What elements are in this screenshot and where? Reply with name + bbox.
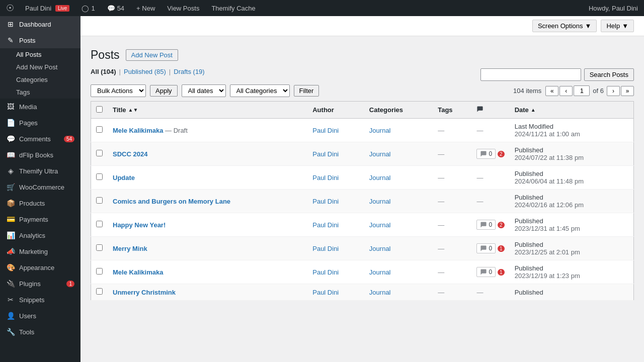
sidebar-item-marketing[interactable]: 📣 Marketing bbox=[0, 243, 80, 259]
author-link[interactable]: Paul Dini bbox=[312, 198, 339, 205]
row-checkbox[interactable] bbox=[96, 150, 103, 156]
row-date-cell: Last Modified 2024/11/21 at 1:00 am bbox=[510, 119, 634, 142]
select-all-checkbox[interactable] bbox=[96, 106, 103, 113]
author-link[interactable]: Paul Dini bbox=[312, 245, 339, 252]
comment-bubble[interactable]: 0 bbox=[476, 220, 496, 230]
date-status: Last Modified bbox=[515, 123, 628, 130]
sidebar-item-snippets[interactable]: ✂ Snippets bbox=[0, 292, 80, 308]
sidebar-item-analytics[interactable]: 📊 Analytics bbox=[0, 227, 80, 243]
first-page-button[interactable]: « bbox=[545, 86, 558, 96]
post-title-link[interactable]: SDCC 2024 bbox=[113, 150, 147, 158]
sidebar-item-dflip[interactable]: 📖 dFlip Books bbox=[0, 147, 80, 163]
row-checkbox[interactable] bbox=[96, 173, 103, 180]
row-checkbox-cell bbox=[91, 190, 108, 213]
apply-button[interactable]: Apply bbox=[150, 85, 178, 97]
add-new-post-button[interactable]: Add New Post bbox=[126, 49, 178, 61]
post-title-link[interactable]: Comics and Burgers on Memory Lane bbox=[113, 198, 230, 205]
comment-bubble[interactable]: 0 bbox=[476, 149, 496, 159]
author-link[interactable]: Paul Dini bbox=[312, 289, 339, 296]
category-link[interactable]: Journal bbox=[369, 150, 391, 158]
category-link[interactable]: Journal bbox=[369, 174, 391, 182]
author-link[interactable]: Paul Dini bbox=[312, 268, 339, 276]
comment-bubble[interactable]: 0 bbox=[476, 267, 496, 277]
sidebar-item-label: Dashboard bbox=[19, 21, 51, 28]
date-value: 2024/06/04 at 11:48 pm bbox=[515, 177, 628, 185]
main-content: Screen Options ▼ Help ▼ Posts Add New Po… bbox=[80, 16, 644, 362]
sidebar-item-plugins[interactable]: 🔌 Plugins 1 bbox=[0, 276, 80, 292]
post-title-link[interactable]: Mele Kalikimaka bbox=[113, 127, 163, 134]
row-date-cell: Published 2024/06/04 at 11:48 pm bbox=[510, 166, 634, 190]
sidebar-item-themify[interactable]: ◈ Themify Ultra bbox=[0, 163, 80, 179]
author-link[interactable]: Paul Dini bbox=[312, 221, 339, 229]
wrap: Posts Add New Post All (104) | Published… bbox=[80, 36, 644, 309]
post-title-link[interactable]: Happy New Year! bbox=[113, 221, 166, 229]
sidebar-item-users[interactable]: 👤 Users bbox=[0, 308, 80, 324]
themify-cache-item[interactable]: Themify Cache bbox=[206, 0, 260, 16]
comment-bubble[interactable]: 0 bbox=[476, 243, 496, 253]
comments-bar-count: 54 bbox=[117, 5, 124, 12]
last-page-button[interactable]: » bbox=[621, 86, 634, 96]
sidebar-item-posts[interactable]: ✎ Posts bbox=[0, 32, 80, 48]
row-category-cell: Journal bbox=[364, 190, 433, 213]
post-title-link[interactable]: Unmerry Christmink bbox=[113, 289, 176, 296]
submenu-tags[interactable]: Tags bbox=[0, 86, 80, 99]
filter-published[interactable]: Published (85) bbox=[124, 68, 166, 75]
date-sort-link[interactable]: Date ▲ bbox=[515, 106, 628, 114]
title-sort-link[interactable]: Title ▲▼ bbox=[113, 106, 302, 114]
view-posts-item[interactable]: View Posts bbox=[162, 0, 204, 16]
category-link[interactable]: Journal bbox=[369, 127, 391, 134]
category-link[interactable]: Journal bbox=[369, 268, 391, 276]
sidebar-item-label: Products bbox=[19, 200, 45, 207]
row-checkbox[interactable] bbox=[96, 244, 103, 251]
help-arrow: ▼ bbox=[622, 22, 628, 30]
filter-button[interactable]: Filter bbox=[294, 85, 319, 97]
sidebar-item-woocommerce[interactable]: 🛒 WooCommerce bbox=[0, 179, 80, 195]
sidebar-item-appearance[interactable]: 🎨 Appearance bbox=[0, 259, 80, 276]
row-checkbox[interactable] bbox=[96, 197, 103, 204]
comments-bar-item[interactable]: 💬 54 bbox=[102, 0, 129, 16]
prev-page-button[interactable]: ‹ bbox=[559, 86, 573, 96]
category-filter-select[interactable]: All Categories bbox=[230, 84, 290, 97]
next-page-button[interactable]: › bbox=[607, 86, 620, 96]
new-item[interactable]: + New bbox=[131, 0, 160, 16]
wp-logo-icon[interactable]: ☉ bbox=[6, 3, 14, 14]
row-checkbox[interactable] bbox=[96, 288, 103, 295]
submenu-all-posts[interactable]: All Posts bbox=[0, 48, 80, 61]
filter-all[interactable]: All (104) bbox=[91, 68, 116, 75]
date-filter-select[interactable]: All dates bbox=[182, 84, 226, 97]
sidebar-item-label: Comments bbox=[19, 135, 51, 143]
row-checkbox[interactable] bbox=[96, 221, 103, 227]
category-link[interactable]: Journal bbox=[369, 221, 391, 229]
th-tags: Tags bbox=[433, 102, 471, 119]
site-name-bar[interactable]: Paul Dini Live bbox=[20, 0, 74, 16]
post-title-link[interactable]: Merry Mink bbox=[113, 245, 147, 252]
bulk-actions-select[interactable]: Bulk Actions bbox=[91, 84, 146, 97]
row-checkbox[interactable] bbox=[96, 126, 103, 133]
row-author-cell: Paul Dini bbox=[307, 119, 364, 142]
sidebar-item-payments[interactable]: 💳 Payments bbox=[0, 211, 80, 227]
updates-item[interactable]: ◯ 1 bbox=[76, 0, 100, 16]
help-button[interactable]: Help ▼ bbox=[601, 20, 634, 32]
row-checkbox[interactable] bbox=[96, 268, 103, 275]
post-title-link[interactable]: Update bbox=[113, 174, 135, 182]
sidebar-item-dashboard[interactable]: ⊞ Dashboard bbox=[0, 16, 80, 32]
current-page-input[interactable] bbox=[574, 85, 590, 96]
submenu-categories[interactable]: Categories bbox=[0, 73, 80, 86]
author-link[interactable]: Paul Dini bbox=[312, 174, 339, 182]
search-input[interactable] bbox=[480, 68, 581, 81]
search-posts-button[interactable]: Search Posts bbox=[584, 68, 634, 81]
author-link[interactable]: Paul Dini bbox=[312, 127, 339, 134]
category-link[interactable]: Journal bbox=[369, 198, 391, 205]
category-link[interactable]: Journal bbox=[369, 289, 391, 296]
category-link[interactable]: Journal bbox=[369, 245, 391, 252]
author-link[interactable]: Paul Dini bbox=[312, 150, 339, 158]
sidebar-item-tools[interactable]: 🔧 Tools bbox=[0, 324, 80, 340]
submenu-add-new[interactable]: Add New Post bbox=[0, 61, 80, 73]
sidebar-item-pages[interactable]: 📄 Pages bbox=[0, 115, 80, 131]
sidebar-item-media[interactable]: 🖼 Media bbox=[0, 99, 80, 115]
sidebar-item-comments[interactable]: 💬 Comments 54 bbox=[0, 131, 80, 147]
filter-drafts[interactable]: Drafts (19) bbox=[174, 68, 204, 75]
post-title-link[interactable]: Mele Kalikimaka bbox=[113, 268, 163, 276]
sidebar-item-products[interactable]: 📦 Products bbox=[0, 195, 80, 211]
screen-options-button[interactable]: Screen Options ▼ bbox=[532, 20, 597, 32]
